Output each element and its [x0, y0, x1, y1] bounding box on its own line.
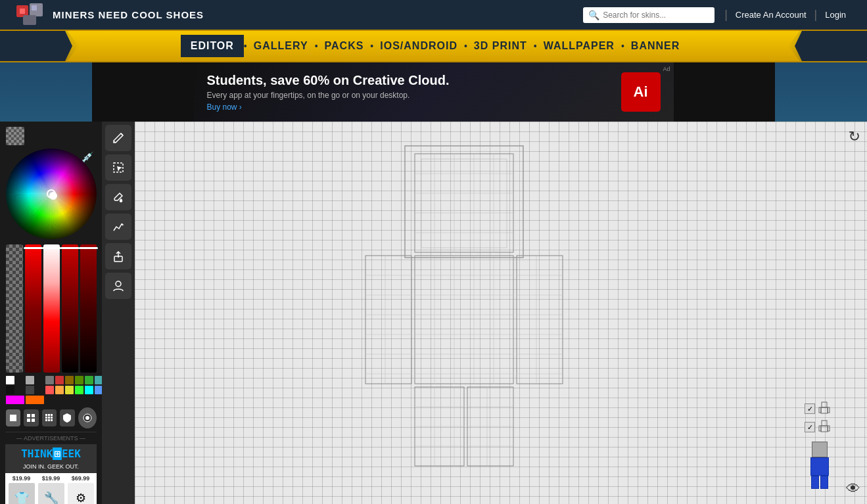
ad-close[interactable]: Ad	[663, 66, 670, 72]
nav-packs[interactable]: PACKS	[318, 40, 371, 52]
swatch-darkorange[interactable]	[26, 396, 44, 404]
color-picker-dot[interactable]	[49, 192, 57, 200]
sliders-area	[6, 244, 97, 373]
nav-ribbon: EDITOR • GALLERY • PACKS • IOS/ANDROID •…	[0, 30, 867, 62]
login-link[interactable]: Login	[817, 10, 854, 20]
select-tool[interactable]	[105, 154, 131, 181]
header: MINERS NEED COOL SHOES 🔍 | Create An Acc…	[0, 0, 867, 30]
alpha-checker[interactable]	[6, 244, 23, 373]
view-quad-btn[interactable]	[24, 409, 39, 426]
swatch-red[interactable]	[55, 376, 64, 384]
ad-banner: Students, save 60% on Creative Cloud. Ev…	[92, 62, 775, 122]
swatch-brown[interactable]	[65, 376, 74, 384]
svg-rect-81	[819, 426, 821, 431]
hue-slider-1[interactable]	[25, 244, 41, 373]
misc-btn[interactable]	[78, 407, 97, 428]
svg-rect-75	[822, 402, 827, 407]
player-tool[interactable]	[105, 273, 131, 299]
nav-gallery[interactable]: GALLERY	[247, 40, 315, 52]
nav-left-decoration	[0, 31, 72, 61]
swatch-darkgray[interactable]	[45, 376, 54, 384]
site-title: MINERS NEED COOL SHOES	[53, 9, 204, 20]
svg-rect-25	[415, 154, 513, 252]
eye-button[interactable]: 👁	[846, 480, 860, 497]
view-nine-btn[interactable]	[42, 409, 57, 426]
overlay-row-2: ✓	[805, 420, 834, 434]
svg-rect-12	[51, 414, 53, 416]
nav-right-decoration	[795, 31, 867, 61]
nav-ios-android[interactable]: IOS/ANDROID	[373, 40, 464, 52]
minecraft-character	[313, 134, 615, 476]
overlay-check-2[interactable]: ✓	[805, 422, 815, 432]
nav-3dprint[interactable]: 3D PRINT	[467, 40, 534, 52]
nav-wallpaper[interactable]: WALLPAPER	[537, 40, 621, 52]
svg-rect-11	[48, 414, 50, 416]
svg-rect-82	[828, 426, 830, 431]
hue-slider-2[interactable]	[43, 244, 60, 373]
tool-buttons	[6, 407, 97, 428]
swatch-lightred[interactable]	[45, 386, 54, 394]
pencil-tool[interactable]	[105, 125, 131, 151]
transparent-checker	[6, 127, 24, 145]
shield-btn[interactable]	[60, 409, 75, 426]
3d-body	[810, 457, 829, 476]
swatch-olive[interactable]	[75, 376, 83, 384]
swatch-green[interactable]	[85, 376, 93, 384]
swatch-cyan[interactable]	[85, 386, 93, 394]
svg-rect-1	[20, 9, 25, 14]
fill-tool[interactable]	[105, 184, 131, 210]
tg-subtitle: JOIN IN. GEEK OUT.	[5, 463, 97, 473]
svg-rect-10	[45, 414, 47, 416]
share-tool[interactable]	[105, 243, 131, 269]
reset-button[interactable]: ↺	[849, 128, 860, 145]
3d-legs	[805, 476, 834, 489]
svg-rect-8	[27, 419, 30, 422]
svg-rect-74	[421, 159, 507, 248]
swatch-lime[interactable]	[75, 386, 83, 394]
swatch-magenta[interactable]	[6, 396, 24, 404]
overlay-icon-1	[818, 401, 831, 416]
stats-tool[interactable]	[105, 214, 131, 240]
search-input[interactable]	[603, 11, 695, 20]
svg-rect-54	[517, 256, 563, 384]
view-single-btn[interactable]	[6, 409, 21, 426]
hue-slider-4[interactable]	[80, 244, 97, 373]
svg-rect-78	[828, 407, 830, 413]
search-area: 🔍	[583, 7, 715, 23]
editor-area: 💉	[0, 122, 867, 504]
3d-preview	[805, 442, 834, 491]
swatch-white[interactable]	[6, 376, 14, 384]
ad-logo: Ai	[621, 72, 661, 112]
svg-rect-79	[822, 421, 827, 426]
overlay-check-1[interactable]: ✓	[805, 403, 815, 414]
nav-editor[interactable]: EDITOR	[181, 35, 244, 57]
nav-banner[interactable]: BANNER	[624, 40, 686, 52]
advertisements-label: — ADVERTISEMENTS —	[5, 432, 97, 444]
swatches-grid	[6, 376, 97, 404]
ad-cta[interactable]: Buy now ›	[207, 103, 611, 112]
hue-slider-3[interactable]	[62, 244, 78, 373]
svg-rect-6	[27, 414, 30, 417]
search-icon: 🔍	[588, 10, 599, 20]
3d-head	[812, 442, 828, 457]
svg-rect-9	[32, 419, 35, 422]
tg-product-3[interactable]: $69.99 ⚙	[66, 475, 95, 504]
svg-rect-73	[405, 146, 523, 258]
svg-rect-77	[819, 407, 821, 413]
create-account-link[interactable]: Create An Account	[728, 10, 814, 20]
svg-rect-3	[32, 5, 37, 11]
swatch-gray[interactable]	[26, 376, 34, 384]
svg-rect-16	[45, 419, 47, 421]
eyedropper-icon[interactable]: 💉	[82, 151, 94, 163]
swatch-orange[interactable]	[55, 386, 64, 394]
svg-rect-80	[821, 426, 828, 432]
tg-product-2[interactable]: $19.99 🔧	[37, 475, 65, 504]
tg-product-1[interactable]: $19.99 👕	[7, 475, 35, 504]
swatch-black[interactable]	[6, 386, 14, 394]
color-wheel-container[interactable]: 💉	[6, 149, 97, 239]
canvas-area[interactable]: ↺	[135, 122, 867, 504]
skin-preview-panel: ✓ ✓	[805, 401, 834, 491]
swatch-darkgray2[interactable]	[26, 386, 34, 394]
swatch-yellow[interactable]	[65, 386, 74, 394]
color-panel: 💉	[0, 122, 102, 504]
